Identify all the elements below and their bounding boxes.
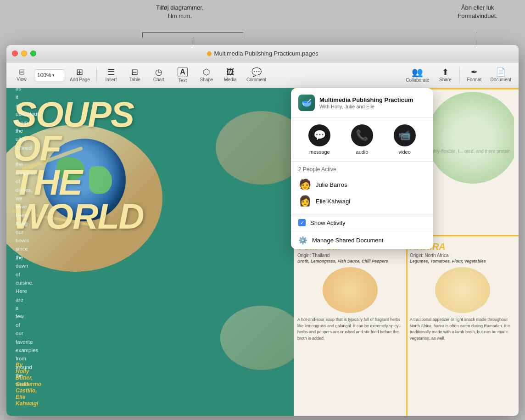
doc-body-text: No matter where you find yourself dining…: [16, 88, 18, 388]
view-label: View: [17, 77, 27, 82]
app-window: Multimedia Publishing Practicum.pages ⊟ …: [6, 45, 519, 416]
harira-origin: Origin: North Africa: [410, 253, 515, 258]
close-button[interactable]: [12, 50, 18, 56]
comment-icon: 💬: [251, 68, 262, 76]
collab-actions: 💬 message 📞 audio 📹 video: [291, 118, 433, 162]
chart-button[interactable]: ◷ Chart: [147, 64, 170, 86]
zoom-selector[interactable]: 100% ▾: [34, 69, 65, 81]
harira-bowl: [435, 267, 490, 313]
media-icon: 🖼: [226, 68, 235, 76]
add-page-label: Add Page: [70, 77, 90, 82]
text-label: Text: [179, 78, 187, 83]
shape-button[interactable]: ⬡ Shape: [195, 64, 218, 86]
insert-icon: ☰: [107, 68, 115, 76]
share-icon: ⬆: [442, 68, 449, 76]
message-action-button[interactable]: 💬 message: [308, 124, 330, 155]
tom-yum-section: TOM YUM Origin: Thailand Broth, Lemongra…: [294, 238, 406, 416]
minimize-button[interactable]: [21, 50, 27, 56]
person-julie: 🧑 Julie Barros: [298, 176, 426, 193]
maximize-button[interactable]: [30, 50, 36, 56]
add-page-icon: ⊞: [76, 68, 83, 76]
person-elie-avatar: 👩: [298, 195, 311, 207]
media-button[interactable]: 🖼 Media: [219, 64, 242, 86]
collab-people-section: 2 People Active 🧑 Julie Barros 👩 Elie Ka…: [291, 162, 433, 214]
bowl-right-bottom: [220, 306, 294, 370]
document-page-left[interactable]: SOUPS OF THE WORLD No matter where you f…: [6, 88, 294, 416]
tom-yum-bowl: [323, 267, 378, 313]
shape-icon: ⬡: [203, 68, 210, 76]
person-elie: 👩 Elie Kahwagi: [298, 193, 426, 209]
format-icon: ✒: [471, 68, 478, 76]
format-button[interactable]: ✒ Format: [463, 64, 486, 86]
people-active-label: 2 People Active: [298, 166, 426, 173]
person-julie-avatar: 🧑: [298, 178, 311, 191]
chart-label: Chart: [153, 77, 164, 82]
table-button[interactable]: ⊟ Table: [123, 64, 146, 86]
harira-ingredients: Legumes, Tomatoes, Flour, Vegetables: [410, 259, 515, 263]
video-action-button[interactable]: 📹 video: [394, 124, 416, 155]
title-world: WORLD: [13, 199, 144, 233]
insert-label: Insert: [105, 77, 117, 82]
annotations: Tilføj diagrammer, film m.m. Åbn eller l…: [0, 0, 525, 46]
audio-action-button[interactable]: 📞 audio: [351, 124, 373, 155]
author-text: By Holly Butler, Guillermo Castillo, Eli…: [16, 362, 18, 407]
collab-doc-subtitle: With Holly, Julie and Elie: [319, 104, 426, 109]
collab-doc-info: Multimedia Publishing Practicum With Hol…: [319, 96, 426, 109]
share-button[interactable]: ⬆ Share: [434, 64, 457, 86]
video-label: video: [398, 149, 410, 155]
soup-title: SOUPS OF THE WORLD: [13, 97, 144, 233]
annotation-left: Tilføj diagrammer, film m.m.: [156, 4, 204, 20]
sidebar-icon: ⊟: [19, 68, 25, 76]
traffic-lights: [12, 50, 36, 56]
document-label: Document: [490, 77, 511, 82]
manage-shared-document-item[interactable]: ⚙️ Manage Shared Document: [291, 231, 433, 249]
bowl-right-top: [216, 111, 294, 185]
add-page-button[interactable]: ⊞ Add Page: [66, 64, 94, 86]
harira-desc: A traditional appetizer or light snack m…: [410, 317, 515, 342]
show-activity-checkbox[interactable]: ✓: [298, 219, 306, 226]
comment-label: Comment: [246, 77, 266, 82]
format-label: Format: [467, 77, 482, 82]
window-title: Multimedia Publishing Practicum.pages: [207, 50, 318, 57]
message-icon: 💬: [308, 124, 330, 146]
audio-label: audio: [356, 149, 369, 155]
tom-yum-desc: A hot-and-sour soup that is typically fu…: [297, 317, 402, 342]
annotation-bracket-left: [142, 32, 243, 38]
table-label: Table: [129, 77, 140, 82]
view-button[interactable]: ⊟ View: [10, 64, 33, 86]
person-julie-name: Julie Barros: [316, 181, 347, 188]
shape-label: Shape: [200, 77, 213, 82]
insert-button[interactable]: ☰ Insert: [100, 64, 123, 86]
share-label: Share: [439, 77, 452, 82]
show-activity-item[interactable]: ✓ Show Activity: [291, 214, 433, 231]
show-activity-label: Show Activity: [310, 219, 346, 226]
title-dot: [207, 51, 212, 56]
text-button[interactable]: A Text: [171, 64, 194, 86]
collaborate-button[interactable]: 👥 Collaborate: [402, 64, 433, 86]
toolbar-sep-1: [96, 67, 97, 83]
manage-shared-icon: ⚙️: [298, 236, 307, 245]
manage-shared-label: Manage Shared Document: [312, 237, 383, 244]
annotation-right: Åbn eller luk Formatvinduet.: [458, 4, 497, 20]
collaborate-label: Collaborate: [406, 78, 429, 83]
collab-doc-title: Multimedia Publishing Practicum: [319, 96, 426, 103]
harira-section: HARIRA Origin: North Africa Legumes, Tom…: [406, 238, 519, 416]
content-area: SOUPS OF THE WORLD No matter where you f…: [6, 88, 519, 416]
toolbar: ⊟ View 100% ▾ ⊞ Add Page ☰ Insert ⊟ Tabl…: [6, 62, 519, 88]
document-button[interactable]: 📄 Document: [486, 64, 515, 86]
audio-icon: 📞: [351, 124, 373, 146]
comment-button[interactable]: 💬 Comment: [243, 64, 270, 86]
tom-yum-origin: Origin: Thailand: [297, 253, 402, 258]
media-label: Media: [224, 77, 236, 82]
collab-doc-avatar: 🥣: [298, 95, 315, 111]
chart-icon: ◷: [155, 68, 162, 76]
document-icon: 📄: [496, 68, 506, 76]
tom-yum-ingredients: Broth, Lemongrass, Fish Sauce, Chili Pep…: [297, 259, 402, 263]
borscht-bowl: [427, 92, 514, 184]
table-icon: ⊟: [131, 68, 138, 76]
person-elie-name: Elie Kahwagi: [316, 198, 350, 205]
collaborate-icon: 👥: [412, 67, 423, 77]
title-bar: Multimedia Publishing Practicum.pages: [6, 45, 519, 62]
chevron-down-icon: ▾: [52, 73, 55, 78]
collab-header: 🥣 Multimedia Publishing Practicum With H…: [291, 88, 433, 118]
